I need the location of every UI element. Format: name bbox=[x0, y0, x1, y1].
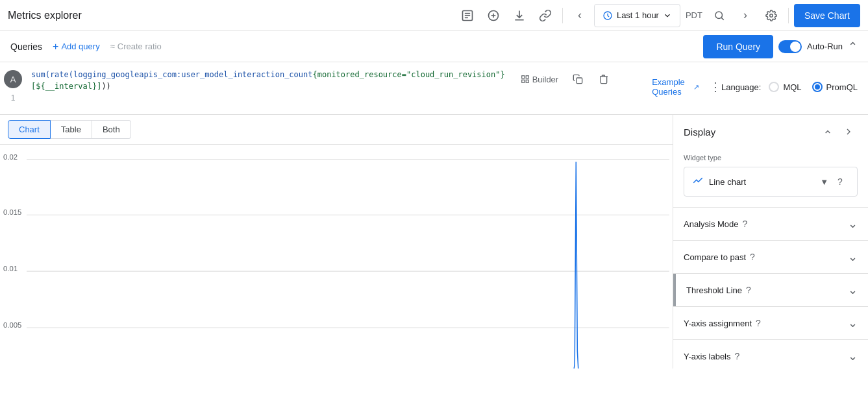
threshold-line-row: Threshold Line ? ⌄ bbox=[673, 273, 868, 306]
auto-run-toggle[interactable] bbox=[778, 40, 802, 53]
copy-btn[interactable] bbox=[566, 67, 589, 91]
y-axis-labels-help-icon: ? bbox=[735, 351, 740, 361]
download-icon-btn[interactable] bbox=[508, 4, 531, 27]
display-title: Display bbox=[684, 127, 715, 138]
display-collapse-right-btn[interactable] bbox=[839, 123, 858, 141]
display-expand-btn[interactable] bbox=[819, 123, 837, 141]
widget-type-label: Widget type bbox=[684, 154, 858, 162]
save-chart-button[interactable]: Save Chart bbox=[794, 4, 860, 27]
add-chart-icon-btn[interactable] bbox=[482, 4, 505, 27]
threshold-line-chevron: ⌄ bbox=[848, 283, 858, 297]
mql-radio[interactable]: MQL bbox=[769, 82, 801, 92]
analysis-mode-chevron: ⌄ bbox=[848, 217, 858, 231]
display-header: Display bbox=[673, 115, 868, 149]
ratio-icon: ≈ bbox=[110, 42, 115, 51]
panel-section-y-axis-assignment[interactable]: Y-axis assignment ? ⌄ bbox=[673, 306, 868, 339]
svg-line-9 bbox=[721, 18, 723, 19]
chart-area: Chart Table Both 0.02 0.015 0.01 0.005 0… bbox=[0, 115, 673, 369]
create-ratio-button[interactable]: ≈ Create ratio bbox=[110, 42, 162, 51]
query-func: sum(rate(logging_googleapis_com:user_mod… bbox=[31, 70, 312, 79]
compare-to-past-help-icon: ? bbox=[750, 252, 755, 262]
query-editor: A 1 sum(rate(logging_googleapis_com:user… bbox=[0, 62, 868, 115]
query-num: 1 bbox=[11, 93, 16, 103]
svg-text:0.02: 0.02 bbox=[3, 153, 18, 161]
language-radio-group: MQL PromQL bbox=[769, 82, 858, 92]
threshold-line-help-icon: ? bbox=[746, 285, 751, 295]
section-left: Analysis Mode ? bbox=[684, 219, 747, 229]
next-icon-btn[interactable]: › bbox=[734, 4, 757, 27]
app-title: Metrics explorer bbox=[8, 10, 82, 21]
auto-run-label: Auto-Run bbox=[807, 42, 843, 51]
svg-point-8 bbox=[715, 12, 723, 19]
svg-rect-13 bbox=[526, 80, 528, 82]
widget-type-select[interactable]: Line chart ▼ ? bbox=[684, 167, 858, 197]
widget-help-btn[interactable]: ? bbox=[831, 173, 849, 191]
svg-rect-14 bbox=[521, 80, 524, 82]
line-chart-icon bbox=[692, 175, 704, 189]
section-left: Threshold Line ? bbox=[686, 285, 751, 295]
plus-icon: + bbox=[53, 41, 58, 53]
section-left: Y-axis labels ? bbox=[684, 351, 739, 361]
prev-icon-btn[interactable]: ‹ bbox=[568, 4, 591, 27]
query-close: )) bbox=[101, 82, 110, 91]
dropdown-arrow-icon: ▼ bbox=[820, 177, 828, 187]
more-options-btn[interactable]: ⋮ bbox=[710, 80, 721, 94]
y-axis-assignment-chevron: ⌄ bbox=[848, 316, 858, 330]
panel-section-threshold-line[interactable]: Threshold Line ? ⌄ bbox=[676, 274, 868, 306]
example-queries-link[interactable]: Example Queries ↗ bbox=[652, 77, 699, 97]
mql-radio-circle bbox=[769, 82, 779, 92]
external-link-icon: ↗ bbox=[693, 83, 699, 91]
svg-text:0.01: 0.01 bbox=[3, 265, 18, 272]
top-bar-actions: ‹ Last 1 hour PDT › Save Chart bbox=[456, 4, 860, 27]
builder-btn[interactable]: Builder bbox=[515, 67, 564, 91]
tab-both[interactable]: Both bbox=[92, 120, 131, 139]
panel-section-y-axis-labels[interactable]: Y-axis labels ? ⌄ bbox=[673, 339, 868, 369]
search-icon-btn[interactable] bbox=[708, 4, 731, 27]
query-row: A 1 sum(rate(logging_googleapis_com:user… bbox=[0, 62, 621, 114]
tab-table[interactable]: Table bbox=[51, 120, 92, 139]
y-axis-labels-label: Y-axis labels bbox=[684, 352, 731, 361]
widget-type-left: Line chart bbox=[692, 175, 746, 189]
compare-to-past-chevron: ⌄ bbox=[848, 250, 858, 264]
settings-icon-btn[interactable] bbox=[760, 4, 783, 27]
run-query-button[interactable]: Run Query bbox=[703, 35, 773, 58]
panel-section-analysis-mode[interactable]: Analysis Mode ? ⌄ bbox=[673, 207, 868, 240]
threshold-line-label: Threshold Line bbox=[686, 285, 742, 295]
add-query-button[interactable]: + Add query bbox=[53, 41, 100, 53]
svg-rect-11 bbox=[521, 76, 524, 79]
y-axis-labels-chevron: ⌄ bbox=[848, 349, 858, 363]
time-range-btn[interactable]: Last 1 hour bbox=[594, 4, 680, 27]
query-footer: Example Queries ↗ ⋮ Language: MQL PromQL bbox=[621, 62, 868, 114]
query-badge: A bbox=[4, 70, 22, 88]
display-panel: Display Widget type Line chart bbox=[673, 115, 868, 369]
divider bbox=[562, 8, 563, 23]
collapse-button[interactable]: ⌃ bbox=[848, 40, 858, 54]
delete-btn[interactable] bbox=[592, 67, 615, 91]
link-icon-btn[interactable] bbox=[534, 4, 557, 27]
chart-tabs: Chart Table Both bbox=[0, 115, 673, 145]
panel-section-compare-to-past[interactable]: Compare to past ? ⌄ bbox=[673, 240, 868, 273]
time-range-label: Last 1 hour bbox=[617, 10, 659, 20]
query-code-input[interactable]: sum(rate(logging_googleapis_com:user_mod… bbox=[26, 62, 510, 114]
note-icon-btn[interactable] bbox=[456, 4, 479, 27]
tab-chart[interactable]: Chart bbox=[8, 120, 51, 139]
section-left: Y-axis assignment ? bbox=[684, 318, 761, 328]
y-axis-assignment-help-icon: ? bbox=[756, 318, 761, 328]
section-left: Compare to past ? bbox=[684, 252, 755, 262]
mql-label: MQL bbox=[783, 82, 801, 92]
display-header-actions bbox=[819, 123, 858, 141]
language-label: Language: bbox=[721, 82, 761, 92]
svg-rect-15 bbox=[577, 78, 582, 84]
analysis-mode-help-icon: ? bbox=[743, 219, 748, 229]
svg-rect-12 bbox=[526, 76, 528, 79]
queries-label: Queries bbox=[10, 42, 42, 52]
promql-radio-circle bbox=[812, 82, 823, 92]
compare-to-past-label: Compare to past bbox=[684, 252, 746, 262]
queries-bar: Queries + Add query ≈ Create ratio Run Q… bbox=[0, 31, 868, 62]
analysis-mode-label: Analysis Mode bbox=[684, 219, 739, 229]
timezone-label: PDT bbox=[686, 10, 702, 20]
promql-radio[interactable]: PromQL bbox=[812, 82, 858, 92]
language-row: Language: MQL PromQL bbox=[721, 82, 858, 92]
svg-text:0.005: 0.005 bbox=[3, 321, 21, 329]
y-axis-assignment-label: Y-axis assignment bbox=[684, 319, 752, 328]
